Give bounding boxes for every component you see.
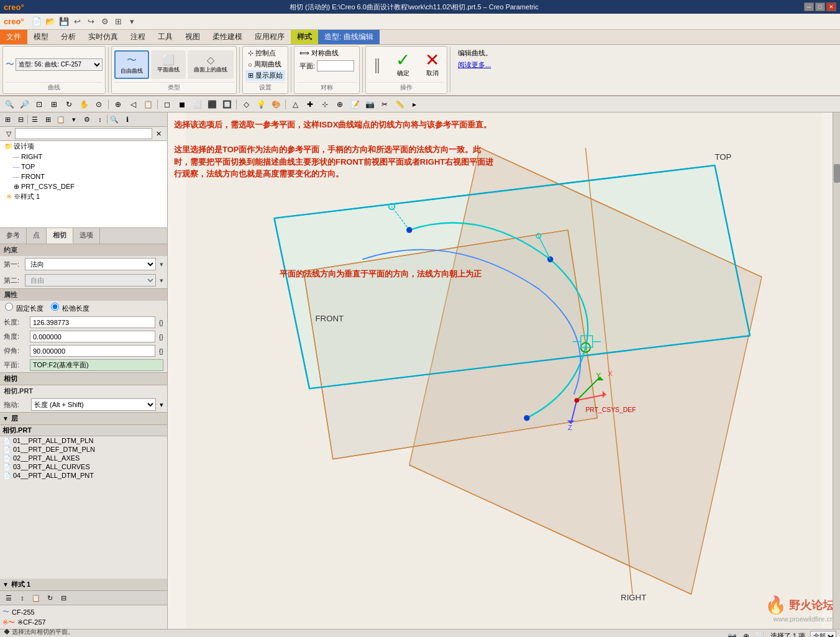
zoom-in-button[interactable]: 🔍: [2, 98, 16, 111]
status-icon-1[interactable]: 📷: [727, 631, 738, 638]
fit-all-button[interactable]: ⊞: [47, 98, 61, 111]
capture-button[interactable]: 📷: [363, 98, 377, 111]
zoom-area-button[interactable]: ⊡: [32, 98, 46, 111]
scroll-thumb[interactable]: [834, 164, 840, 183]
vertical-scrollbar[interactable]: [833, 112, 840, 629]
style-curve-257[interactable]: ※〜 ※CF-257: [2, 617, 165, 628]
menu-curve-edit[interactable]: 造型: 曲线编辑: [318, 30, 380, 44]
planar-curve-button[interactable]: ⬜ 平面曲线: [151, 50, 186, 79]
previous-view-button[interactable]: ◁: [126, 98, 140, 111]
measure-button[interactable]: 📏: [393, 98, 406, 111]
status-icon-3[interactable]: ⬜: [754, 631, 765, 638]
zoom-dynamic-button[interactable]: ⊙: [92, 98, 106, 111]
datum-axes-button[interactable]: ✚: [303, 98, 317, 111]
second-constraint-select[interactable]: 自由: [25, 274, 156, 286]
tree-root[interactable]: 📁 设计项: [0, 141, 167, 152]
save-button[interactable]: 💾: [58, 16, 70, 28]
periodic-button[interactable]: ○ 周期曲线: [245, 59, 284, 70]
tab-options[interactable]: 选项: [73, 228, 100, 244]
layers-toggle[interactable]: ▼ 层: [0, 413, 167, 425]
menu-apps[interactable]: 应用程序: [249, 30, 291, 44]
hidden-button[interactable]: ◼: [175, 98, 189, 111]
filter-select[interactable]: 全部: [810, 631, 836, 638]
menu-simulation[interactable]: 实时仿真: [82, 30, 124, 44]
elastic-length-radio[interactable]: [51, 303, 59, 311]
shading-button[interactable]: ⬛: [205, 98, 219, 111]
symmetry-button[interactable]: ⟺ 对称曲线: [297, 48, 341, 58]
layer-item-3[interactable]: 📄 02__PRT_ALL_AXES: [0, 454, 167, 462]
annotation-button[interactable]: 📝: [348, 98, 362, 111]
rotate-button[interactable]: ↻: [62, 98, 76, 111]
style-tb-btn3[interactable]: 📋: [30, 592, 42, 603]
wireframe-button[interactable]: ◻: [160, 98, 174, 111]
menu-flexible[interactable]: 柔性建模: [206, 30, 249, 44]
menu-tools[interactable]: 工具: [152, 30, 179, 44]
more-view-button[interactable]: ▸: [408, 98, 421, 111]
tab-point[interactable]: 点: [27, 228, 47, 244]
canvas-area[interactable]: TOP FRONT RIGHT PRT_CSYS_DEF X Y Z 选择该选项…: [168, 112, 840, 629]
regenerate-button[interactable]: ⚙: [99, 16, 111, 28]
lights-button[interactable]: 💡: [254, 98, 268, 111]
saved-views-button[interactable]: 📋: [141, 98, 155, 111]
window-controls[interactable]: ─ □ ✕: [804, 2, 836, 11]
elastic-length-label[interactable]: 松弛长度: [51, 303, 89, 313]
tab-tangent[interactable]: 相切: [47, 228, 73, 244]
close-button[interactable]: ✕: [826, 2, 836, 11]
menu-analysis[interactable]: 分析: [55, 30, 82, 44]
datum-planes-button[interactable]: △: [288, 98, 302, 111]
tree-item-csys[interactable]: ⊕ PRT_CSYS_DEF: [0, 181, 167, 191]
new-button[interactable]: 📄: [30, 16, 43, 28]
menu-style[interactable]: 样式: [291, 30, 318, 44]
pitch-input[interactable]: [30, 345, 155, 357]
style-tb-btn2[interactable]: ↕: [16, 592, 29, 603]
plane-input[interactable]: [30, 359, 163, 371]
confirm-button[interactable]: ✓ 确定: [391, 49, 415, 80]
csys-button[interactable]: ⊕: [333, 98, 347, 111]
search-tree-button[interactable]: 🔍: [108, 114, 121, 125]
tree-view-button[interactable]: ⊞: [42, 114, 54, 125]
datum-points-button[interactable]: ⊹: [318, 98, 332, 111]
expand-all-button[interactable]: ⊞: [1, 114, 14, 125]
status-icon-2[interactable]: ⊕: [741, 631, 752, 638]
perspective-button[interactable]: ◇: [239, 98, 253, 111]
style-tb-btn4[interactable]: ↻: [43, 592, 56, 603]
tree-item-front[interactable]: — FRONT: [0, 172, 167, 181]
surface-curve-button[interactable]: ◇ 曲面上的曲线: [188, 50, 234, 79]
curve-selector-dropdown[interactable]: 造型: 56: 曲线: CF-257: [16, 58, 103, 71]
zoom-out-button[interactable]: 🔎: [17, 98, 31, 111]
layer-button[interactable]: 📋: [55, 114, 67, 125]
tree-search-input[interactable]: [15, 128, 152, 139]
minimize-button[interactable]: ─: [804, 2, 814, 11]
more-button[interactable]: ▾: [126, 16, 139, 28]
section-button[interactable]: ✂: [378, 98, 391, 111]
undo-button[interactable]: ↩: [71, 16, 84, 28]
info-button[interactable]: ℹ: [121, 114, 134, 125]
length-input[interactable]: [30, 316, 155, 328]
read-more-link[interactable]: 阅读更多...: [458, 61, 491, 68]
menu-annotations[interactable]: 注程: [124, 30, 152, 44]
filter-icon[interactable]: ▽: [2, 128, 15, 139]
tree-item-style1[interactable]: ※ ※样式 1: [0, 191, 167, 202]
layer-item-2[interactable]: 📄 01__PRT_DEF_DTM_PLN: [0, 445, 167, 454]
view-refit-button[interactable]: ⊕: [111, 98, 125, 111]
pan-button[interactable]: ✋: [77, 98, 91, 111]
tree-item-top[interactable]: — TOP: [0, 162, 167, 172]
control-points-button[interactable]: ⊹ 控制点: [245, 48, 278, 58]
pause-button[interactable]: ‖: [368, 55, 386, 75]
menu-model[interactable]: 模型: [27, 30, 55, 44]
layer-item-4[interactable]: 📄 03__PRT_ALL_CURVES: [0, 462, 167, 471]
menu-view[interactable]: 视图: [179, 30, 206, 44]
free-curve-button[interactable]: 〜 自由曲线: [114, 50, 149, 79]
style-curve-255[interactable]: 〜 CF-255: [2, 607, 165, 617]
no-hidden-button[interactable]: ⬜: [190, 98, 204, 111]
maximize-button[interactable]: □: [815, 2, 825, 11]
tab-reference[interactable]: 参考: [0, 228, 27, 244]
shading-edges-button[interactable]: 🔲: [220, 98, 234, 111]
layer-item-5[interactable]: 📄 04__PRT_ALL_DTM_PNT: [0, 471, 167, 480]
symmetry-plane-input[interactable]: [317, 60, 354, 71]
length-bracket[interactable]: {}: [159, 319, 163, 326]
settings-button[interactable]: ⚙: [81, 114, 93, 125]
show-original-button[interactable]: ⊞ 显示原始: [245, 70, 285, 81]
filter-button[interactable]: ▾: [68, 114, 80, 125]
first-constraint-select[interactable]: 法向: [25, 258, 156, 270]
